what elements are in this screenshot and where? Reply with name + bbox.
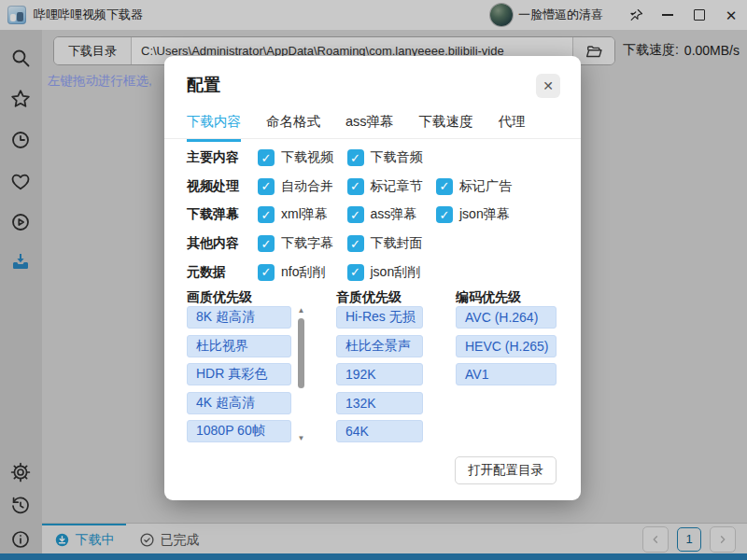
row-main-content: 主要内容 下载视频 下载音频 [187, 144, 526, 173]
checkbox-checked[interactable] [258, 149, 275, 166]
video-quality-header: 画质优先级 [187, 289, 252, 306]
option-label[interactable]: json弹幕 [459, 206, 510, 223]
scrollbar-thumb[interactable] [298, 318, 304, 388]
checkbox-checked[interactable] [347, 149, 364, 166]
row-danmaku: 下载弹幕 xml弹幕 ass弹幕 json弹幕 [187, 201, 526, 230]
list-item[interactable]: Hi-Res 无损 [336, 306, 423, 329]
list-item[interactable]: 192K [336, 363, 423, 385]
list-item[interactable]: 8K 超高清 [187, 306, 291, 329]
option-label[interactable]: 下载音频 [371, 149, 423, 166]
close-icon[interactable]: ✕ [536, 74, 560, 98]
audio-quality-header: 音质优先级 [336, 289, 402, 306]
row-label: 视频处理 [187, 178, 258, 195]
option: 标记广告 [436, 178, 526, 195]
option-label[interactable]: 下载视频 [281, 149, 333, 166]
codec-header: 编码优先级 [456, 289, 521, 306]
checkbox-checked[interactable] [347, 206, 364, 223]
option: nfo刮削 [258, 264, 347, 281]
row-label: 元数据 [187, 264, 258, 281]
list-item[interactable]: AVC (H.264) [456, 306, 557, 329]
checkbox-checked[interactable] [258, 178, 275, 195]
scroll-down-icon[interactable]: ▼ [295, 434, 307, 443]
option-label[interactable]: ass弹幕 [371, 206, 417, 223]
list-item[interactable]: 4K 超高清 [187, 392, 291, 414]
option: 下载音频 [347, 149, 437, 166]
app-window: 哔哩哔哩视频下载器 一脸懵逼的清喜 ✕ [0, 0, 747, 560]
codec-list: AVC (H.264) HEVC (H.265) AV1 [456, 306, 557, 392]
checkbox-checked[interactable] [258, 264, 275, 281]
list-item[interactable]: 132K [336, 392, 423, 414]
list-item[interactable]: 64K [336, 420, 423, 442]
row-other-content: 其他内容 下载字幕 下载封面 [187, 230, 526, 259]
list-item[interactable]: HDR 真彩色 [187, 363, 291, 385]
video-quality-scrollbar[interactable]: ▲ ▼ [295, 306, 307, 443]
dialog-title: 配置 [187, 74, 220, 96]
video-quality-list: 8K 超高清 杜比视界 HDR 真彩色 4K 超高清 1080P 60帧 [187, 306, 291, 449]
row-metadata: 元数据 nfo刮削 json刮削 [187, 258, 526, 287]
list-item[interactable]: HEVC (H.265) [456, 335, 557, 357]
checkbox-checked[interactable] [258, 206, 275, 223]
option-label[interactable]: 下载字幕 [281, 235, 333, 252]
option-label[interactable]: xml弹幕 [281, 206, 328, 223]
option: json刮削 [347, 264, 437, 281]
checkbox-checked[interactable] [347, 178, 364, 195]
checkbox-checked[interactable] [436, 178, 453, 195]
option: 自动合并 [258, 178, 347, 195]
option: 下载视频 [258, 149, 347, 166]
option-label[interactable]: 下载封面 [371, 235, 423, 252]
list-item[interactable]: 1080P 60帧 [187, 420, 291, 442]
checkbox-checked[interactable] [258, 235, 275, 252]
option: 下载封面 [347, 235, 437, 252]
list-item[interactable]: 杜比视界 [187, 335, 291, 357]
option: json弹幕 [436, 206, 526, 223]
checkbox-rows: 主要内容 下载视频 下载音频 视频处理 自动合并 标记章节 标记广告 下载弹幕 … [187, 144, 526, 287]
option: 标记章节 [347, 178, 437, 195]
row-label: 下载弹幕 [187, 206, 258, 223]
option-label[interactable]: 自动合并 [281, 178, 333, 195]
settings-dialog: 配置 ✕ 下载内容 命名格式 ass弹幕 下载速度 代理 主要内容 下载视频 下… [164, 56, 581, 500]
option: ass弹幕 [347, 206, 437, 223]
option: xml弹幕 [258, 206, 347, 223]
option-label[interactable]: nfo刮削 [281, 264, 325, 281]
list-item[interactable]: AV1 [456, 363, 557, 385]
option-label[interactable]: 标记广告 [459, 178, 512, 195]
checkbox-checked[interactable] [436, 206, 453, 223]
scroll-up-icon[interactable]: ▲ [295, 306, 307, 315]
row-label: 主要内容 [187, 149, 258, 166]
checkbox-checked[interactable] [347, 235, 364, 252]
checkbox-checked[interactable] [347, 264, 364, 281]
list-item[interactable]: 杜比全景声 [336, 335, 423, 357]
option-label[interactable]: json刮削 [371, 264, 421, 281]
tabs-divider [164, 138, 581, 139]
open-config-dir-button[interactable]: 打开配置目录 [455, 456, 557, 484]
option-label[interactable]: 标记章节 [371, 178, 423, 195]
option: 下载字幕 [258, 235, 347, 252]
audio-quality-list: Hi-Res 无损 杜比全景声 192K 132K 64K [336, 306, 423, 449]
row-video-processing: 视频处理 自动合并 标记章节 标记广告 [187, 173, 526, 202]
row-label: 其他内容 [187, 235, 258, 252]
